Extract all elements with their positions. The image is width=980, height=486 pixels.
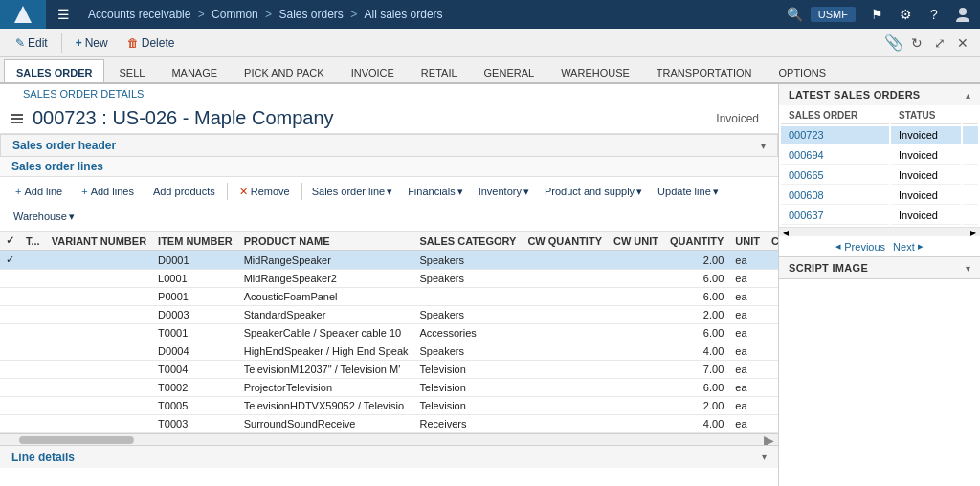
flag-icon-btn[interactable]: ⚑ xyxy=(863,1,890,28)
table-row[interactable]: P0001 AcousticFoamPanel 6.00 ea xyxy=(0,288,778,306)
scroll-thumb[interactable] xyxy=(19,436,134,444)
user-badge[interactable]: USMF xyxy=(811,7,856,22)
sales-order-header-section[interactable]: Sales order header ▾ xyxy=(0,134,778,157)
script-image-chevron: ▾ xyxy=(966,263,970,274)
maximize-icon-btn[interactable]: ⤢ xyxy=(930,35,949,51)
refresh-icon-btn[interactable]: ↻ xyxy=(907,35,926,51)
cell-cw-qty xyxy=(522,361,608,379)
tab-general[interactable]: GENERAL xyxy=(472,59,547,82)
latest-order-row[interactable]: 000608 Invoiced xyxy=(781,187,978,205)
order-number-link[interactable]: 000608 xyxy=(781,187,889,205)
sales-order-details-link[interactable]: SALES ORDER DETAILS xyxy=(11,86,155,101)
previous-button[interactable]: ◂ Previous xyxy=(835,240,885,253)
tab-options[interactable]: OPTIONS xyxy=(766,59,838,82)
latest-order-row[interactable]: 000665 Invoiced xyxy=(781,166,978,185)
search-icon-btn[interactable]: 🔍 xyxy=(782,1,809,28)
scroll-pad xyxy=(963,126,978,144)
cell-qty: 4.00 xyxy=(664,415,729,433)
update-line-dropdown[interactable]: Update line ▾ xyxy=(652,181,724,202)
cell-product: StandardSpeaker xyxy=(238,306,414,324)
right-scroll-bar[interactable]: ◂ ▸ xyxy=(779,227,980,236)
app-logo[interactable] xyxy=(0,0,46,29)
breadcrumb-all-sales-orders[interactable]: All sales orders xyxy=(365,8,443,21)
new-button[interactable]: + New xyxy=(68,32,116,55)
table-row[interactable]: T0004 TelevisionM12037" / Television M' … xyxy=(0,361,778,379)
table-row[interactable]: T0001 SpeakerCable / Speaker cable 10 Ac… xyxy=(0,324,778,342)
chevron-down-icon-6: ▾ xyxy=(69,210,75,223)
tab-retail[interactable]: RETAIL xyxy=(409,59,470,82)
tab-manage[interactable]: MANAGE xyxy=(159,59,230,82)
tab-transportation[interactable]: TRANSPORTATION xyxy=(644,59,765,82)
hamburger-menu[interactable]: ☰ xyxy=(46,0,80,29)
product-and-supply-dropdown[interactable]: Product and supply ▾ xyxy=(539,181,648,202)
breadcrumb-common[interactable]: Common xyxy=(212,8,258,21)
sales-order-lines-section: Sales order lines + Add line + Add lines… xyxy=(0,157,778,433)
table-row[interactable]: D0003 StandardSpeaker Speakers 2.00 ea xyxy=(0,306,778,324)
add-line-button[interactable]: + Add line xyxy=(8,181,70,202)
cell-cw-deliver xyxy=(766,251,778,270)
edit-button[interactable]: ✎ Edit xyxy=(8,32,56,55)
warehouse-dropdown[interactable]: Warehouse ▾ xyxy=(8,206,80,227)
cell-cw-deliver xyxy=(766,324,778,342)
remove-button[interactable]: ✕ Remove xyxy=(232,181,298,202)
horizontal-scroll-bar[interactable]: ▶ xyxy=(0,433,778,445)
order-number-link[interactable]: 000637 xyxy=(781,207,889,225)
tab-warehouse[interactable]: WAREHOUSE xyxy=(548,59,642,82)
lines-toolbar: + Add line + Add lines Add products ✕ Re… xyxy=(0,177,778,232)
table-row[interactable]: T0003 SurroundSoundReceive Receivers 4.0… xyxy=(0,415,778,433)
latest-sales-orders-title: LATEST SALES ORDERS xyxy=(789,89,921,100)
latest-order-row[interactable]: 000694 Invoiced xyxy=(781,146,978,165)
cell-qty: 6.00 xyxy=(664,324,729,342)
table-row[interactable]: T0002 ProjectorTelevision Television 6.0… xyxy=(0,379,778,397)
delete-button[interactable]: 🗑 Delete xyxy=(120,32,183,55)
order-number-link[interactable]: 000694 xyxy=(781,146,889,165)
settings-icon-btn[interactable]: ⚙ xyxy=(892,1,919,28)
table-body: ✓ D0001 MidRangeSpeaker Speakers 2.00 ea… xyxy=(0,251,778,433)
table-row[interactable]: L0001 MidRangeSpeaker2 Speakers 6.00 ea xyxy=(0,270,778,288)
tab-sales-order[interactable]: SALES ORDER xyxy=(4,59,104,82)
table-row[interactable]: T0005 TelevisionHDTVX59052 / Televisio T… xyxy=(0,397,778,415)
cell-t xyxy=(20,342,46,361)
next-button[interactable]: Next ▸ xyxy=(893,240,924,253)
sidebar-toggle[interactable] xyxy=(11,112,25,125)
cell-product: TelevisionM12037" / Television M' xyxy=(238,361,414,379)
tab-pick-and-pack[interactable]: PICK AND PACK xyxy=(232,59,337,82)
top-navigation: ☰ Accounts receivable > Common > Sales o… xyxy=(0,0,980,29)
cell-cw-unit xyxy=(608,324,664,342)
paperclip-icon-btn[interactable]: 📎 xyxy=(884,33,903,52)
tab-invoice[interactable]: INVOICE xyxy=(339,59,407,82)
user-icon-btn[interactable] xyxy=(949,1,976,28)
scroll-pad xyxy=(963,146,978,165)
breadcrumb-sales-orders[interactable]: Sales orders xyxy=(278,8,343,21)
table-row[interactable]: D0004 HighEndSpeaker / High End Speak Sp… xyxy=(0,342,778,361)
latest-sales-orders-header[interactable]: LATEST SALES ORDERS ▴ xyxy=(779,84,980,105)
close-icon-btn[interactable]: ✕ xyxy=(953,35,972,51)
right-arrow-icon[interactable]: ▸ xyxy=(970,226,976,239)
financials-dropdown[interactable]: Financials ▾ xyxy=(402,181,469,202)
latest-order-row[interactable]: 000723 Invoiced xyxy=(781,126,978,144)
cell-variant xyxy=(46,397,152,415)
add-lines-button[interactable]: + Add lines xyxy=(74,181,142,202)
order-number-link[interactable]: 000665 xyxy=(781,166,889,185)
cell-unit: ea xyxy=(729,324,766,342)
cell-product: MidRangeSpeaker2 xyxy=(238,270,414,288)
order-number-link[interactable]: 000723 xyxy=(781,126,889,144)
help-icon-btn[interactable]: ? xyxy=(921,1,947,28)
data-grid[interactable]: ✓ T... VARIANT NUMBER ITEM NUMBER PRODUC… xyxy=(0,232,778,433)
breadcrumb-accounts-receivable[interactable]: Accounts receivable xyxy=(88,8,190,21)
page-header: 000723 : US-026 - Maple Company Invoiced xyxy=(0,103,778,134)
left-arrow-icon[interactable]: ◂ xyxy=(783,226,789,239)
cell-product: MidRangeSpeaker xyxy=(238,251,414,270)
table-row[interactable]: ✓ D0001 MidRangeSpeaker Speakers 2.00 ea xyxy=(0,251,778,270)
script-image-header[interactable]: SCRIPT IMAGE ▾ xyxy=(779,257,980,278)
order-status: Invoiced xyxy=(891,207,961,225)
sales-order-lines-table: ✓ T... VARIANT NUMBER ITEM NUMBER PRODUC… xyxy=(0,232,778,433)
line-details-section[interactable]: Line details ▾ xyxy=(0,445,778,468)
sales-order-line-dropdown[interactable]: Sales order line ▾ xyxy=(306,181,398,202)
latest-order-row[interactable]: 000637 Invoiced xyxy=(781,207,978,225)
tab-sell[interactable]: SELL xyxy=(106,59,157,82)
inventory-dropdown[interactable]: Inventory ▾ xyxy=(473,181,535,202)
add-products-button[interactable]: Add products xyxy=(145,181,223,202)
cell-cw-qty xyxy=(522,270,608,288)
cell-cw-qty xyxy=(522,306,608,324)
